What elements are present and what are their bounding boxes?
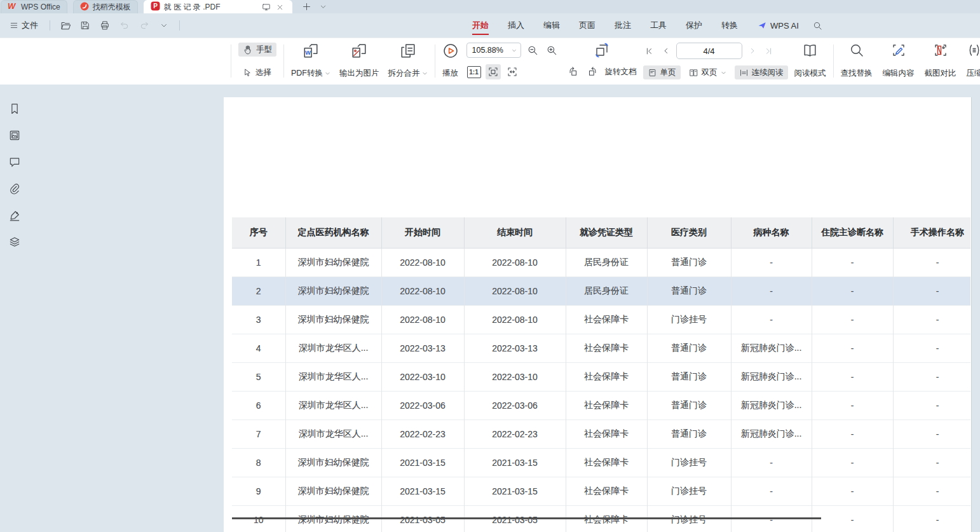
screenshot-compare-button[interactable]: 截图对比 xyxy=(925,43,956,79)
hand-tool-button[interactable]: 手型 xyxy=(238,43,276,57)
double-page-button[interactable]: 双页 xyxy=(684,65,731,79)
rotate-left-button[interactable] xyxy=(566,64,581,79)
divider xyxy=(833,44,834,78)
chevron-down-icon xyxy=(512,48,517,53)
next-page-button[interactable] xyxy=(746,44,759,58)
close-icon[interactable] xyxy=(275,2,285,12)
table-cell: 2022-08-10 xyxy=(381,306,464,334)
read-mode-button[interactable]: 阅读模式 xyxy=(794,43,826,79)
zoom-level-input[interactable] xyxy=(471,45,509,55)
table-cell: 2022-03-06 xyxy=(381,392,464,420)
menu-item-7[interactable]: 保护 xyxy=(676,13,712,38)
first-page-button[interactable] xyxy=(643,44,656,58)
compress-button[interactable]: 压缩 xyxy=(967,43,980,79)
menu-item-4[interactable]: 页面 xyxy=(569,13,605,38)
table-cell: 社会保障卡 xyxy=(566,477,647,506)
screenshot-compare-label: 截图对比 xyxy=(925,68,956,79)
open-folder-button[interactable] xyxy=(58,18,72,32)
zoom-level-combobox[interactable] xyxy=(466,43,521,58)
attachments-panel-button[interactable] xyxy=(7,181,22,196)
print-button[interactable] xyxy=(98,18,112,32)
table-cell: 普通门诊 xyxy=(647,363,731,392)
last-page-button[interactable] xyxy=(763,44,775,58)
pdf-page[interactable]: 序号定点医药机构名称开始时间结束时间就诊凭证类型医疗类别病种名称住院主诊断名称手… xyxy=(224,97,972,532)
table-cell: - xyxy=(893,363,970,392)
table-cell: 2022-03-10 xyxy=(464,363,566,392)
table-row: 8深圳市妇幼保健院2021-03-152021-03-15社会保障卡门诊挂号--… xyxy=(232,449,970,477)
play-button[interactable]: 播放 xyxy=(442,43,459,79)
find-replace-button[interactable]: 查找替换 xyxy=(841,43,873,79)
table-cell: - xyxy=(812,477,893,506)
comments-panel-button[interactable] xyxy=(7,154,22,170)
table-cell: 社会保障卡 xyxy=(566,449,647,477)
menu-item-1[interactable]: 开始 xyxy=(463,13,498,38)
table-cell: 深圳市龙华区人... xyxy=(285,420,381,449)
menu-item-wps-ai[interactable]: WPS AI xyxy=(750,13,806,38)
split-merge-button[interactable]: 拆分合并 xyxy=(388,43,428,79)
menu-item-3[interactable]: 编辑 xyxy=(534,13,569,38)
table-cell: 2022-03-13 xyxy=(464,334,566,363)
hamburger-icon xyxy=(10,21,18,30)
save-button[interactable] xyxy=(78,18,92,32)
table-row: 3深圳市妇幼保健院2022-08-102022-08-10社会保障卡门诊挂号--… xyxy=(232,306,970,334)
pdf-file-icon: P xyxy=(151,1,160,13)
divider xyxy=(50,20,50,31)
tab-medical-record-pdf[interactable]: P 就 医 记 录 .PDF xyxy=(144,0,292,13)
table-cell: 2022-08-10 xyxy=(464,306,566,334)
table-cell: - xyxy=(893,477,970,506)
cursor-icon xyxy=(243,68,252,78)
zoom-in-button[interactable] xyxy=(544,43,559,58)
page-indicator-box[interactable] xyxy=(676,43,742,59)
file-menu-button[interactable]: 文件 xyxy=(6,18,41,33)
table-cell: - xyxy=(893,449,970,477)
edit-content-button[interactable]: 编辑内容 xyxy=(883,43,915,79)
zoom-out-button[interactable] xyxy=(525,43,540,58)
thumbnails-panel-button[interactable] xyxy=(7,128,22,143)
redo-button[interactable] xyxy=(137,18,151,32)
page-indicator-input[interactable] xyxy=(679,46,739,57)
menu-item-5[interactable]: 批注 xyxy=(605,13,641,38)
new-tab-button[interactable] xyxy=(302,2,312,12)
annotation-panel-button[interactable] xyxy=(7,208,22,223)
menu-search-button[interactable] xyxy=(810,18,826,33)
single-page-button[interactable]: 单页 xyxy=(643,65,681,79)
actual-size-button[interactable]: 1:1 xyxy=(466,64,482,79)
chevron-down-icon xyxy=(325,71,330,76)
tab-docer-templates[interactable]: 找稻壳模板 xyxy=(73,0,138,13)
table-cell: 普通门诊 xyxy=(647,420,731,449)
select-tool-button[interactable]: 选择 xyxy=(238,65,276,79)
attachment-icon xyxy=(8,182,21,195)
pdf-convert-button[interactable]: W PDF转换 xyxy=(291,43,330,79)
undo-button[interactable] xyxy=(118,18,132,32)
export-image-button[interactable]: 输出为图片 xyxy=(339,43,379,79)
file-menu-label: 文件 xyxy=(22,20,38,31)
menu-item-2[interactable]: 插入 xyxy=(498,13,534,38)
fit-width-button[interactable] xyxy=(505,64,520,79)
table-cell: 8 xyxy=(232,449,285,477)
tab-wps-office[interactable]: W WPS Office xyxy=(1,0,67,13)
table-cell: 新冠肺炎门诊... xyxy=(731,420,812,449)
continuous-read-button[interactable]: 连续阅读 xyxy=(735,65,788,79)
table-cell: - xyxy=(893,334,970,363)
table-cell: 1 xyxy=(232,249,285,277)
quickbar-more-chevron-icon[interactable] xyxy=(157,18,171,32)
previous-page-button[interactable] xyxy=(660,44,672,58)
menu-item-6[interactable]: 工具 xyxy=(641,13,676,38)
table-cell: 7 xyxy=(232,420,285,449)
table-cell: 5 xyxy=(232,363,285,392)
rotate-document-label[interactable]: 旋转文档 xyxy=(604,65,638,79)
bookmarks-panel-button[interactable] xyxy=(7,101,22,116)
rotate-right-button[interactable] xyxy=(585,64,600,79)
print-icon xyxy=(100,20,110,31)
table-cell: 9 xyxy=(232,477,285,506)
wps-ai-icon xyxy=(758,21,767,30)
table-cell: - xyxy=(731,277,812,306)
monitor-icon[interactable] xyxy=(261,2,271,12)
tab-list-chevron-icon[interactable] xyxy=(318,2,329,12)
layers-panel-button[interactable] xyxy=(7,235,22,250)
fit-page-button[interactable] xyxy=(486,64,501,79)
table-header-cell: 结束时间 xyxy=(464,217,566,249)
table-cell: 深圳市妇幼保健院 xyxy=(285,449,381,477)
continuous-read-label: 连续阅读 xyxy=(752,67,784,78)
menu-item-8[interactable]: 转换 xyxy=(712,13,747,38)
